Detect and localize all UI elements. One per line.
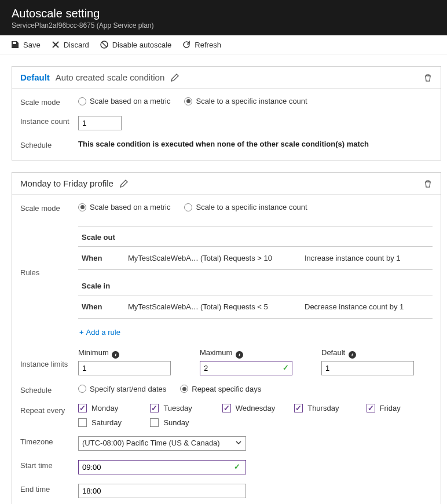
day-wednesday[interactable]: Wednesday xyxy=(222,404,288,412)
scale-out-head: Scale out xyxy=(78,227,433,247)
start-time-label: Start time xyxy=(20,460,78,470)
radio-dates[interactable]: Specify start/end dates xyxy=(78,385,166,393)
scale-mode-label: Scale mode xyxy=(20,203,78,213)
refresh-icon xyxy=(182,40,191,49)
radio-repeat[interactable]: Repeat specific days xyxy=(180,385,261,393)
default-label: Default i xyxy=(321,348,414,359)
chevron-down-icon xyxy=(235,439,242,446)
schedule-text: This scale condition is executed when no… xyxy=(78,140,433,148)
page-header: Autoscale setting ServicePlan2af96bcc-86… xyxy=(0,0,447,35)
timezone-select[interactable]: (UTC-08:00) Pacific Time (US & Canada) xyxy=(78,436,246,451)
profile-title: Monday to Friday profile xyxy=(20,178,113,188)
timezone-label: Timezone xyxy=(20,436,78,446)
radio-metric[interactable]: Scale based on a metric xyxy=(78,97,170,105)
disable-label: Disable autoscale xyxy=(112,41,172,49)
scale-mode-label: Scale mode xyxy=(20,97,78,107)
day-monday[interactable]: Monday xyxy=(78,404,144,412)
profile-panel-header: Monday to Friday profile xyxy=(12,173,441,195)
info-icon[interactable]: i xyxy=(236,351,243,359)
default-input[interactable] xyxy=(321,361,414,375)
default-subtitle: Auto created scale condition xyxy=(56,72,164,82)
day-thursday[interactable]: Thursday xyxy=(294,404,360,412)
close-icon xyxy=(51,40,60,49)
disable-icon xyxy=(100,40,109,49)
plus-icon: + xyxy=(79,328,84,337)
save-button[interactable]: Save xyxy=(10,40,41,49)
radio-metric[interactable]: Scale based on a metric xyxy=(78,203,170,211)
discard-label: Discard xyxy=(64,41,89,49)
instance-count-label: Instance count xyxy=(20,116,78,126)
refresh-button[interactable]: Refresh xyxy=(182,40,221,49)
max-label: Maximum i xyxy=(200,348,292,359)
delete-icon[interactable] xyxy=(423,73,433,82)
toolbar: Save Discard Disable autoscale Refresh xyxy=(0,35,447,54)
discard-button[interactable]: Discard xyxy=(51,40,89,49)
info-icon[interactable]: i xyxy=(349,351,356,359)
end-time-input[interactable] xyxy=(78,484,246,498)
scale-out-table: Scale out When MyTestScaleWebA… (Total) … xyxy=(78,227,433,270)
save-label: Save xyxy=(23,41,41,49)
page-title: Autoscale setting xyxy=(12,7,435,20)
schedule-label: Schedule xyxy=(20,385,78,395)
check-icon: ✓ xyxy=(234,462,240,471)
add-rule-button[interactable]: + Add a rule xyxy=(79,328,120,337)
edit-icon[interactable] xyxy=(119,179,129,188)
start-time-input[interactable] xyxy=(78,460,246,474)
profile-panel: Monday to Friday profile Scale mode Scal… xyxy=(12,172,441,504)
day-friday[interactable]: Friday xyxy=(367,404,433,412)
min-input[interactable] xyxy=(78,361,171,375)
day-saturday[interactable]: Saturday xyxy=(78,418,144,427)
edit-icon[interactable] xyxy=(170,73,179,82)
refresh-label: Refresh xyxy=(195,41,221,49)
end-time-label: End time xyxy=(20,484,78,494)
info-icon[interactable]: i xyxy=(112,351,119,359)
radio-fixed[interactable]: Scale to a specific instance count xyxy=(184,203,307,211)
max-input[interactable] xyxy=(200,361,292,375)
min-label: Minimum i xyxy=(78,348,171,359)
scale-in-table: Scale in When MyTestScaleWebA… (Total) R… xyxy=(78,276,433,319)
scale-in-rule[interactable]: When MyTestScaleWebA… (Total) Requests <… xyxy=(78,295,433,319)
scale-out-rule[interactable]: When MyTestScaleWebA… (Total) Requests >… xyxy=(78,247,433,270)
check-icon: ✓ xyxy=(283,363,289,372)
day-sunday[interactable]: Sunday xyxy=(150,418,216,427)
day-tuesday[interactable]: Tuesday xyxy=(150,404,216,412)
rules-label: Rules xyxy=(20,222,78,277)
default-title: Default xyxy=(20,72,50,82)
instance-count-input[interactable] xyxy=(78,116,122,130)
delete-icon[interactable] xyxy=(423,179,433,188)
schedule-label: Schedule xyxy=(20,140,78,149)
repeat-label: Repeat every xyxy=(20,404,78,415)
default-condition-panel: Default Auto created scale condition Sca… xyxy=(12,66,441,160)
disable-autoscale-button[interactable]: Disable autoscale xyxy=(100,40,172,49)
page-subtitle: ServicePlan2af96bcc-8675 (App Service pl… xyxy=(12,21,435,30)
default-panel-header: Default Auto created scale condition xyxy=(12,67,441,89)
radio-fixed[interactable]: Scale to a specific instance count xyxy=(184,97,307,105)
save-icon xyxy=(10,40,20,49)
scale-in-head: Scale in xyxy=(78,276,433,295)
instance-limits-label: Instance limits xyxy=(20,348,78,368)
